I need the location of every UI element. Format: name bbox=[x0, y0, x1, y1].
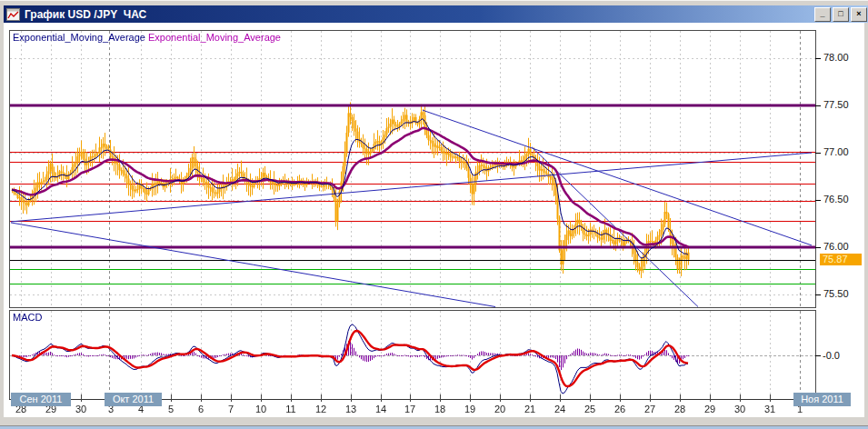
date-label: 7 bbox=[228, 404, 234, 414]
window-bottom-edge bbox=[0, 425, 868, 429]
time-axis-tick bbox=[261, 394, 262, 402]
time-axis-tick bbox=[560, 394, 561, 402]
time-axis-tick bbox=[650, 394, 651, 402]
month-badge: Окт 2011 bbox=[105, 393, 162, 406]
price-plot[interactable]: Exponential_Moving_Average Exponential_M… bbox=[9, 30, 816, 308]
date-label: 17 bbox=[404, 404, 415, 414]
window-controls: _ □ × bbox=[814, 7, 867, 22]
indicator-label-ema-fast: Exponential_Moving_Average bbox=[13, 32, 145, 43]
indicator-label-ema-slow: Exponential_Moving_Average bbox=[148, 32, 281, 43]
date-label: 6 bbox=[198, 404, 204, 414]
price-axis-label: 77.50 bbox=[823, 99, 849, 110]
time-axis-tick bbox=[201, 394, 202, 402]
macd-plot[interactable]: MACD bbox=[9, 310, 816, 400]
time-axis-tick bbox=[710, 394, 711, 402]
time-axis-tick bbox=[351, 394, 352, 402]
macd-chart-canvas[interactable] bbox=[10, 311, 815, 399]
time-axis-tick bbox=[680, 394, 681, 402]
time-axis-tick bbox=[620, 394, 621, 402]
date-label: 27 bbox=[644, 404, 655, 414]
date-label: 29 bbox=[704, 404, 715, 414]
chart-icon bbox=[6, 8, 20, 21]
chart-window: График USD /JPY ЧАС _ □ × Exponential_Mo… bbox=[0, 0, 868, 429]
maximize-button[interactable]: □ bbox=[833, 7, 849, 22]
time-axis-tick bbox=[470, 394, 471, 402]
macd-axis-label: -0.0 bbox=[823, 350, 840, 361]
price-axis-tick bbox=[815, 58, 821, 59]
price-axis-label: 78.00 bbox=[823, 52, 849, 63]
price-chart-canvas[interactable] bbox=[10, 31, 815, 307]
time-axis-tick bbox=[500, 394, 501, 402]
date-label: 21 bbox=[524, 404, 535, 414]
time-axis-tick bbox=[291, 394, 292, 402]
date-label: 5 bbox=[168, 404, 174, 414]
price-axis-tick bbox=[815, 200, 821, 201]
indicator-label-macd: MACD bbox=[13, 312, 42, 323]
date-label: 30 bbox=[734, 404, 745, 414]
date-label: 28 bbox=[674, 404, 685, 414]
date-label: 30 bbox=[75, 404, 86, 414]
date-label: 10 bbox=[255, 404, 266, 414]
macd-axis-tick bbox=[815, 355, 821, 356]
time-axis-tick bbox=[381, 394, 382, 402]
time-axis-tick bbox=[770, 394, 771, 402]
price-axis-label: 76.00 bbox=[823, 241, 849, 252]
price-axis-tick bbox=[815, 105, 821, 106]
title-bar[interactable]: График USD /JPY ЧАС _ □ × bbox=[4, 5, 868, 23]
price-axis-tick bbox=[815, 153, 821, 154]
time-axis-tick bbox=[590, 394, 591, 402]
date-label: 13 bbox=[345, 404, 356, 414]
price-axis-label: 77.00 bbox=[823, 146, 849, 157]
date-label: 11 bbox=[285, 404, 295, 414]
date-label: 25 bbox=[584, 404, 595, 414]
date-label: 26 bbox=[614, 404, 625, 414]
date-label: 20 bbox=[494, 404, 505, 414]
date-label: 12 bbox=[315, 404, 326, 414]
minimize-button[interactable]: _ bbox=[814, 7, 831, 22]
indicator-labels: Exponential_Moving_Average Exponential_M… bbox=[13, 32, 281, 43]
month-badge: Сен 2011 bbox=[11, 393, 71, 406]
close-button[interactable]: × bbox=[851, 7, 867, 22]
current-price-badge: 75.87 bbox=[820, 254, 862, 265]
time-axis-tick bbox=[231, 394, 232, 402]
time-axis-tick bbox=[321, 394, 322, 402]
time-axis-tick bbox=[440, 394, 441, 402]
price-axis-tick bbox=[815, 294, 821, 295]
date-label: 18 bbox=[434, 404, 445, 414]
price-axis-label: 76.50 bbox=[823, 194, 849, 205]
time-axis-tick bbox=[171, 394, 172, 402]
month-badge: Ноя 2011 bbox=[793, 393, 851, 406]
date-label: 14 bbox=[375, 404, 386, 414]
time-axis-tick bbox=[410, 394, 411, 402]
date-label: 19 bbox=[464, 404, 475, 414]
time-axis-tick bbox=[530, 394, 531, 402]
time-axis-tick bbox=[81, 394, 82, 402]
window-title: График USD /JPY ЧАС bbox=[25, 8, 146, 21]
price-axis-label: 75.50 bbox=[823, 288, 849, 299]
price-axis-tick bbox=[815, 247, 821, 248]
date-label: 31 bbox=[764, 404, 775, 414]
time-axis-tick bbox=[740, 394, 741, 402]
date-label: 24 bbox=[554, 404, 565, 414]
